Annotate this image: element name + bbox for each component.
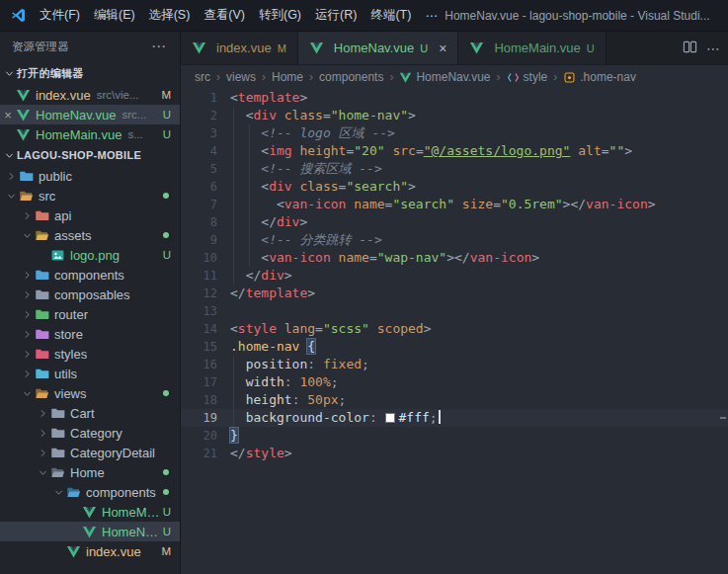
tree-folder-components[interactable]: components [0,265,180,285]
menu-item-T[interactable]: 终端(T) [364,7,418,24]
indent-guide [249,124,250,267]
tree-folder-router[interactable]: router [0,304,180,324]
tree-folder-Home[interactable]: Home [0,462,180,482]
tree-folder-utils[interactable]: utils [0,364,180,383]
breadcrumb-item-.home-nav[interactable]: .home-nav [563,70,636,84]
line-number[interactable]: 3 [181,124,230,142]
code-line[interactable]: 1<template> [181,89,728,107]
vue-icon [16,88,31,103]
open-editor-index.vue[interactable]: index.vuesrc\vie...M [0,85,180,105]
code-line[interactable]: 12</template> [181,285,728,302]
line-number[interactable]: 5 [181,160,230,178]
tree-folder-composables[interactable]: composables [0,285,180,304]
line-number[interactable]: 7 [181,196,230,213]
tab-HomeNav.vue[interactable]: HomeNav.vueU× [298,32,459,64]
code-line[interactable]: 9 <!-- 分类跳转 --> [181,231,728,249]
line-number[interactable]: 9 [181,231,230,249]
tree-folder-Cart[interactable]: Cart [0,403,180,423]
code-line[interactable]: 20} [181,427,728,445]
menu-item-[interactable]: ⋯ [418,8,445,23]
code-line[interactable]: 11 </div> [181,267,728,285]
breadcrumb-item-components[interactable]: components [319,70,383,84]
code-line[interactable]: 3 <!-- logo 区域 --> [181,124,728,142]
line-number[interactable]: 17 [181,373,230,391]
line-number[interactable]: 20 [181,427,230,445]
open-editor-HomeMain.vue[interactable]: HomeMain.vues...U [0,124,180,144]
tree-folder-store[interactable]: store [0,324,180,344]
tree-file-HomeMain...[interactable]: HomeMain...U [0,502,180,522]
tree-folder-components[interactable]: components [0,482,180,502]
code-line[interactable]: 7 <van-icon name="search" size="0.5rem">… [181,196,728,213]
line-number[interactable]: 15 [181,338,230,356]
tree-file-HomeNav.v...[interactable]: HomeNav.v...U [0,522,180,541]
tree-folder-views[interactable]: views [0,383,180,403]
line-number[interactable]: 14 [181,320,230,338]
code-line[interactable]: 15.home-nav { [181,338,728,356]
code-line[interactable]: 5 <!-- 搜索区域 --> [181,160,728,178]
tree-folder-api[interactable]: api [0,205,180,225]
project-header[interactable]: LAGOU-SHOP-MOBILE [0,144,180,166]
line-number[interactable]: 8 [181,213,230,231]
line-number[interactable]: 18 [181,391,230,409]
folder-icon [35,228,49,243]
tree-folder-assets[interactable]: assets [0,225,180,245]
code-line[interactable]: 21</style> [181,445,728,462]
tree-label: Home [70,465,105,480]
code-line[interactable]: 8 </div> [181,213,728,231]
line-number[interactable]: 6 [181,178,230,196]
line-number[interactable]: 10 [181,249,230,267]
line-number[interactable]: 12 [181,285,230,302]
open-editors-header[interactable]: 打开的编辑器 [0,61,180,85]
line-number[interactable]: 2 [181,107,230,124]
tab-HomeMain.vue[interactable]: HomeMain.vueU [458,32,606,64]
code-line[interactable]: 2 <div class="home-nav"> [181,107,728,124]
breadcrumb-item-src[interactable]: src [195,70,210,84]
menu-item-V[interactable]: 查看(V) [197,7,252,24]
tree-folder-Category[interactable]: Category [0,423,180,443]
close-icon[interactable]: × [439,41,446,55]
tree-file-index.vue[interactable]: index.vueM [0,541,180,561]
line-number[interactable]: 1 [181,89,230,107]
line-number[interactable]: 21 [181,445,230,462]
code-line[interactable]: 4 <img height="20" src="@/assets/logo.pn… [181,142,728,160]
code-line[interactable]: 6 <div class="search"> [181,178,728,196]
tree-folder-public[interactable]: public [0,166,180,186]
tree-label: views [54,386,87,401]
tree-folder-src[interactable]: src [0,186,180,205]
code-line[interactable]: 10 <van-icon name="wap-nav"></van-icon> [181,249,728,267]
menu-item-G[interactable]: 转到(G) [252,7,308,24]
code-line[interactable]: 13 [181,302,728,320]
breadcrumb-item-views[interactable]: views [226,70,256,84]
tree-folder-styles[interactable]: styles [0,344,180,364]
code-area[interactable]: 1<template>2 <div class="home-nav">3 <!-… [181,89,728,574]
tree-folder-CategoryDetail[interactable]: CategoryDetail [0,443,180,462]
code-line[interactable]: 18 height: 50px; [181,391,728,409]
more-actions-icon[interactable]: ⋯ [151,38,166,55]
line-number[interactable]: 19 [181,409,230,427]
breadcrumb-item-Home[interactable]: Home [272,70,303,84]
line-number[interactable]: 13 [181,302,230,320]
line-number[interactable]: 4 [181,142,230,160]
tree-file-logo.png[interactable]: logo.pngU [0,245,180,265]
open-editor-HomeNav.vue[interactable]: ×HomeNav.vuesrc...U [0,105,180,124]
split-editor-icon[interactable] [683,40,697,57]
close-icon[interactable]: × [0,109,16,122]
vscode-logo-icon [10,7,27,24]
menu-item-E[interactable]: 编辑(E) [87,7,142,24]
folder-icon [35,307,49,322]
menu-item-F[interactable]: 文件(F) [33,7,87,24]
chevron-right-icon [20,369,35,379]
git-badge: U [163,109,180,121]
tab-index.vue[interactable]: index.vueM [181,32,298,64]
editor-more-actions-icon[interactable]: ⋯ [706,41,720,56]
code-line[interactable]: 19 background-color: #fff; [181,409,728,427]
code-line[interactable]: 14<style lang="scss" scoped> [181,320,728,338]
breadcrumb-item-style[interactable]: style [507,70,548,84]
code-line[interactable]: 17 width: 100%; [181,373,728,391]
line-number[interactable]: 16 [181,356,230,373]
menu-item-R[interactable]: 运行(R) [308,7,364,24]
line-number[interactable]: 11 [181,267,230,285]
code-line[interactable]: 16 position: fixed; [181,356,728,373]
menu-item-S[interactable]: 选择(S) [142,7,198,24]
breadcrumb-item-HomeNav.vue[interactable]: HomeNav.vue [399,70,490,84]
